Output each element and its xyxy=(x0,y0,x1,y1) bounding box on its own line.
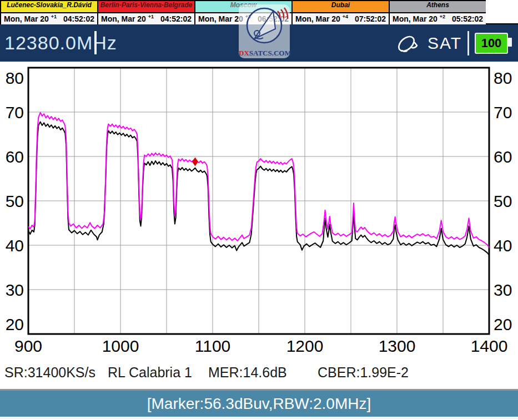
clocks-filler xyxy=(486,0,518,23)
clock-utc-offset: +1 xyxy=(148,13,154,19)
clock-utc-offset: +4 xyxy=(343,13,348,19)
clock-utc-offset: +1 xyxy=(51,13,57,19)
clock-time-row: Mon, Mar 20 +1 04:52:02 xyxy=(98,13,194,24)
cber-value: CBER:1.99E-2 xyxy=(318,365,409,381)
y-axis-tick-label-left: 70 xyxy=(6,103,24,122)
clock-utc-offset: +3 xyxy=(245,13,251,19)
battery-nub xyxy=(508,38,512,47)
y-axis-tick-label-left: 30 xyxy=(6,281,24,299)
world-clocks-strip: Lučenec-Slovakia_R.Dávid Mon, Mar 20 +1 … xyxy=(0,0,518,24)
x-axis-tick-label: 1300 xyxy=(379,337,416,355)
bottom-strip xyxy=(0,417,518,419)
clock-cell-lucenec: Lučenec-Slovakia_R.Dávid Mon, Mar 20 +1 … xyxy=(0,0,97,23)
y-axis-tick-label-right: 40 xyxy=(494,236,512,255)
text-cursor xyxy=(94,31,97,54)
sat-status-cluster: SAT 100 xyxy=(395,24,514,62)
clock-date: Mon, Mar 20 xyxy=(295,14,340,23)
clock-utc-offset: +2 xyxy=(440,13,445,19)
frequency-display[interactable]: 12380.0MHz xyxy=(4,32,117,54)
clock-date: Mon, Mar 20 xyxy=(101,14,146,23)
spectrum-chart[interactable]: 8080707060605050404030302020900100011001… xyxy=(0,62,518,358)
satellite-dish-icon xyxy=(395,29,421,57)
y-axis-tick-label-right: 80 xyxy=(494,69,512,87)
y-axis-tick-label-left: 20 xyxy=(6,315,24,333)
y-axis-tick-label-right: 50 xyxy=(494,192,512,210)
clock-cell-athens: Athens Mon, Mar 20 +2 05:52:02 xyxy=(389,0,486,23)
clock-city-name: Moscow xyxy=(195,1,291,13)
x-axis-tick-label: 900 xyxy=(14,337,42,355)
symbol-rate-value: SR:31400KS/s xyxy=(4,365,95,381)
marker-diamond[interactable] xyxy=(192,158,198,166)
y-axis-tick-label-left: 80 xyxy=(6,69,24,87)
clock-cell-dubai: Dubai Mon, Mar 20 +4 07:52:02 xyxy=(291,0,389,23)
y-axis-tick-label-right: 70 xyxy=(494,103,512,122)
channel-name: RL Calabria 1 xyxy=(108,365,192,381)
y-axis-tick-label-right: 30 xyxy=(494,281,512,299)
clock-time: 06:52:02 xyxy=(258,14,289,23)
clock-time-row: Mon, Mar 20 +1 04:52:02 xyxy=(1,13,97,24)
clock-date: Mon, Mar 20 xyxy=(393,14,437,23)
toolbar: 12380.0MHz SAT 100 xyxy=(0,24,518,62)
clock-time: 07:52:02 xyxy=(355,14,386,23)
battery-indicator: 100 xyxy=(475,33,508,54)
mer-value: MER:14.6dB xyxy=(208,365,287,381)
clock-cell-moscow: Moscow Mon, Mar 20 +3 06:52:02 xyxy=(194,0,291,23)
clock-time-row: Mon, Mar 20 +4 07:52:02 xyxy=(293,13,389,24)
spectrum-chart-area: 8080707060605050404030302020900100011001… xyxy=(0,62,518,358)
toolbar-divider xyxy=(467,31,469,55)
marker-readout: [Marker:56.3dBuv,RBW:2.0MHz] xyxy=(147,395,371,413)
y-axis-tick-label-left: 40 xyxy=(6,236,24,255)
status-line: SR:31400KS/s RL Calabria 1 MER:14.6dB CB… xyxy=(0,358,518,389)
y-axis-tick-label-right: 60 xyxy=(494,148,512,166)
x-axis-tick-label: 1200 xyxy=(286,337,324,355)
clock-cell-berlin: Berlin-Paris-Vienna-Belgrade Mon, Mar 20… xyxy=(97,0,194,23)
clock-time-row: Mon, Mar 20 +3 06:52:02 xyxy=(195,13,291,24)
marker-bar: [Marker:56.3dBuv,RBW:2.0MHz] xyxy=(0,391,518,417)
clock-time: 04:52:02 xyxy=(160,14,192,23)
clock-time-row: Mon, Mar 20 +2 05:52:02 xyxy=(390,13,486,24)
clock-date: Mon, Mar 20 xyxy=(4,14,49,23)
clock-date: Mon, Mar 20 xyxy=(198,14,243,23)
clock-city-name: Berlin-Paris-Vienna-Belgrade xyxy=(98,1,194,13)
battery-level: 100 xyxy=(481,36,502,50)
x-axis-tick-label: 1000 xyxy=(102,337,139,355)
sat-label: SAT xyxy=(428,34,462,53)
clock-time: 04:52:02 xyxy=(63,14,94,23)
clock-time: 05:52:02 xyxy=(452,14,483,23)
x-axis-tick-label: 1100 xyxy=(195,337,231,355)
y-axis-tick-label-right: 20 xyxy=(494,315,512,333)
clock-city-name: Athens xyxy=(390,1,486,13)
clock-city-name: Lučenec-Slovakia_R.Dávid xyxy=(1,1,97,13)
y-axis-tick-label-left: 50 xyxy=(6,192,24,210)
y-axis-tick-label-left: 60 xyxy=(6,148,24,166)
clock-city-name: Dubai xyxy=(293,1,389,13)
x-axis-tick-label: 1400 xyxy=(471,337,508,355)
